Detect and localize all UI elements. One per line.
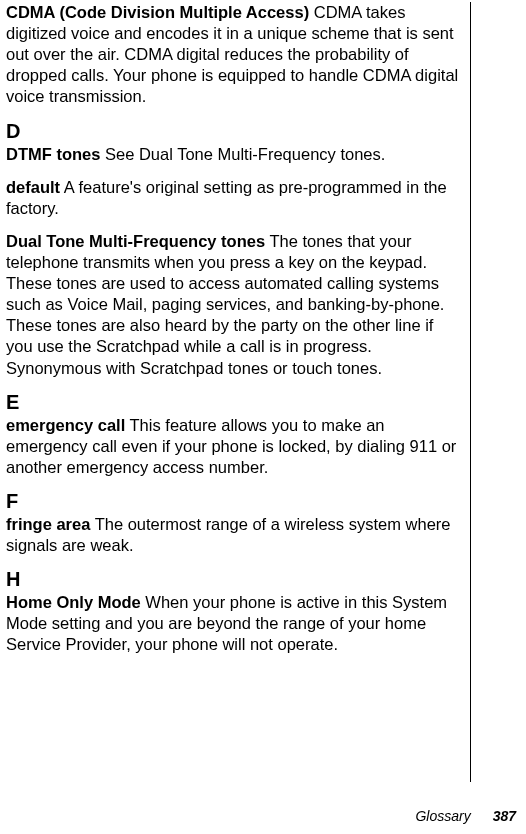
term-default: default [6, 178, 60, 196]
term-dtmf: DTMF tones [6, 145, 100, 163]
term-emergency: emergency call [6, 416, 125, 434]
glossary-entry-fringe: fringe area The outermost range of a wir… [6, 514, 460, 556]
page-footer: Glossary387 [415, 808, 516, 824]
glossary-entry-homeonly: Home Only Mode When your phone is active… [6, 592, 460, 655]
glossary-entry-dualtone: Dual Tone Multi-Frequency tones The tone… [6, 231, 460, 379]
footer-section-label: Glossary [415, 808, 470, 824]
term-homeonly: Home Only Mode [6, 593, 141, 611]
page: CDMA (Code Division Multiple Access) CDM… [0, 0, 526, 834]
term-dualtone: Dual Tone Multi-Frequency tones [6, 232, 265, 250]
letter-heading-e: E [6, 391, 460, 413]
term-fringe: fringe area [6, 515, 90, 533]
letter-heading-d: D [6, 120, 460, 142]
term-cdma: CDMA (Code Division Multiple Access) [6, 3, 309, 21]
content-column: CDMA (Code Division Multiple Access) CDM… [6, 2, 471, 782]
letter-heading-h: H [6, 568, 460, 590]
letter-heading-f: F [6, 490, 460, 512]
def-default: A feature's original setting as pre-prog… [6, 178, 447, 217]
glossary-entry-default: default A feature's original setting as … [6, 177, 460, 219]
glossary-entry-cdma: CDMA (Code Division Multiple Access) CDM… [6, 2, 460, 108]
glossary-entry-dtmf: DTMF tones See Dual Tone Multi-Frequency… [6, 144, 460, 165]
footer-page-number: 387 [493, 808, 516, 824]
glossary-entry-emergency: emergency call This feature allows you t… [6, 415, 460, 478]
def-dtmf: See Dual Tone Multi-Frequency tones. [100, 145, 385, 163]
def-dualtone: The tones that your telephone transmits … [6, 232, 444, 377]
